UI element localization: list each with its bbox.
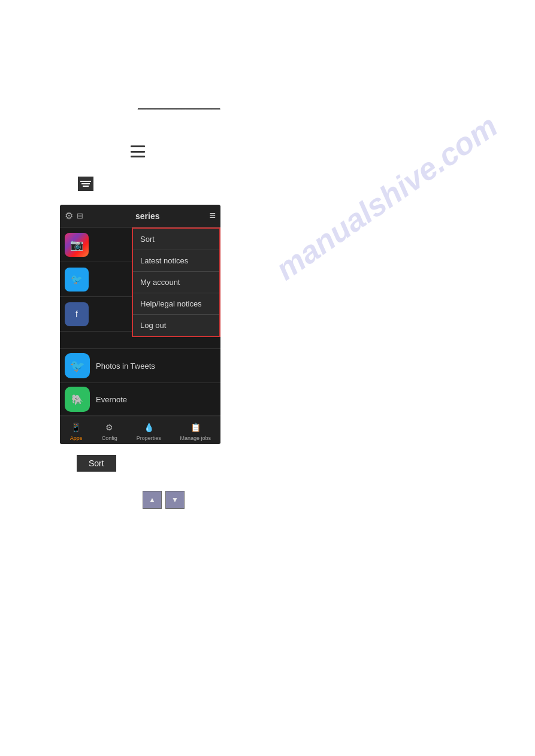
phone-screenshot: ⚙ ⊟ series ≡ 📷 🐦 f Sort Latest notices M… [60,205,220,444]
photos-in-tweets-label: Photos in Tweets [96,362,155,371]
arrow-up-button[interactable]: ▲ [143,491,162,509]
blue-app-icon: f [65,302,89,326]
top-underline-text: ___________________ [138,101,220,110]
dropdown-item-logout[interactable]: Log out [133,315,219,336]
properties-icon: 💧 [142,421,155,434]
instagram-icon: 📷 [65,233,89,257]
app-list: 📷 🐦 f [60,227,132,332]
phone-gear-icon[interactable]: ⚙ [65,210,73,221]
evernote-label: Evernote [96,395,127,404]
list-item[interactable]: 📷 [60,227,132,262]
phone-menu-icon[interactable]: ≡ [209,210,216,222]
phone-header-title: series [86,211,209,221]
dropdown-item-help[interactable]: Help/legal notices [133,293,219,315]
list-item[interactable]: 🐦 [60,262,132,297]
phone-sort-icon[interactable]: ⊟ [77,211,83,220]
phone-header: ⚙ ⊟ series ≡ [60,205,220,227]
apps-icon: 📱 [69,421,83,434]
dropdown-item-my-account[interactable]: My account [133,272,219,293]
arrow-down-button[interactable]: ▼ [165,491,185,509]
photos-tweets-icon: 🐦 [65,353,90,378]
manage-jobs-icon: 📋 [189,421,202,434]
hamburger-icon[interactable] [131,145,145,157]
bottom-nav: 📱 Apps ⚙ Config 💧 Properties 📋 Manage jo… [60,417,220,444]
nav-config[interactable]: ⚙ Config [102,421,117,441]
config-icon: ⚙ [103,421,116,434]
photos-in-tweets-row[interactable]: 🐦 Photos in Tweets [60,348,220,383]
list-item[interactable]: f [60,297,132,332]
watermark: manualshive.com [269,108,504,287]
evernote-icon: 🐘 [65,387,90,412]
arrow-buttons: ▲ ▼ [143,491,185,509]
dropdown-item-sort[interactable]: Sort [133,229,219,250]
dropdown-item-latest-notices[interactable]: Latest notices [133,250,219,272]
nav-properties[interactable]: 💧 Properties [137,421,161,441]
dropdown-menu: Sort Latest notices My account Help/lega… [132,227,220,337]
nav-manage-jobs[interactable]: 📋 Manage jobs [180,421,211,441]
twitter-icon: 🐦 [65,268,89,292]
evernote-row[interactable]: 🐘 Evernote [60,383,220,416]
nav-apps[interactable]: 📱 Apps [69,421,83,441]
sort-label-box: Sort [77,455,116,472]
sort-filter-icon[interactable] [78,177,93,191]
